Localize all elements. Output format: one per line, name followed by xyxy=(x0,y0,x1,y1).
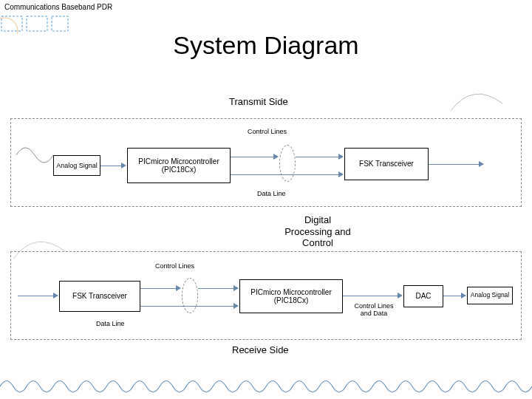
arrow-analog-to-pic xyxy=(100,166,123,166)
bus-ellipse-rx xyxy=(182,278,198,313)
arrow-dac-to-analog xyxy=(443,296,463,296)
data-line-label-tx: Data Line xyxy=(257,191,286,198)
svg-rect-1 xyxy=(27,16,47,31)
svg-rect-2 xyxy=(52,16,68,31)
page-header: Communications Baseband PDR xyxy=(4,3,112,11)
arrow-analog-to-pic-head xyxy=(121,163,126,168)
analog-signal-block-rx: Analog Signal xyxy=(467,287,513,304)
arrow-pic-to-dac xyxy=(343,296,399,296)
dac-block: DAC xyxy=(403,285,443,307)
arrow-fsk-out-tx xyxy=(429,164,480,165)
arrow-bus-to-pic-rx xyxy=(198,288,235,289)
page-title: System Diagram xyxy=(0,31,532,60)
footer-wave-icon xyxy=(0,374,532,399)
receive-section-label: Receive Side xyxy=(232,344,289,355)
analog-signal-block-tx: Analog Signal xyxy=(53,155,100,176)
arrow-fsk-to-bus-rx xyxy=(140,288,177,289)
pic-block-rx: PICmicro Microcontroller (PIC18Cx) xyxy=(239,279,343,313)
control-lines-label-tx: Control Lines xyxy=(248,129,287,136)
arrow-fsk-out-tx-head xyxy=(479,161,484,167)
arrow-in-to-fsk-rx xyxy=(18,296,55,296)
arrow-bus-to-pic-rx-head xyxy=(233,285,239,291)
control-lines-label-rx: Control Lines xyxy=(155,263,194,270)
arrow-bus-to-fsk-tx-head xyxy=(338,154,344,160)
arrow-pic-to-dac-head xyxy=(398,293,403,299)
data-line-label-rx: Data Line xyxy=(96,321,125,328)
arrow-pic-to-bus-top-head xyxy=(273,154,279,160)
analog-in-wave-icon xyxy=(16,144,53,166)
bus-ellipse-tx xyxy=(279,145,296,182)
fsk-block-tx: FSK Transceiver xyxy=(344,148,429,180)
arrow-data-line-rx xyxy=(140,306,236,307)
svg-rect-0 xyxy=(1,16,22,31)
pic-block-tx: PICmicro Microcontroller (PIC18Cx) xyxy=(127,148,231,183)
transmit-section-label: Transmit Side xyxy=(229,96,288,107)
arrow-fsk-to-bus-rx-head xyxy=(176,285,181,291)
decor-curve-top xyxy=(451,89,510,118)
arrow-data-line-tx xyxy=(231,174,341,175)
arrow-in-to-fsk-rx-head xyxy=(53,293,58,299)
arrow-dac-to-analog-head xyxy=(461,293,466,299)
arrow-data-line-rx-head xyxy=(233,303,239,309)
arrow-pic-to-bus-top xyxy=(231,157,275,157)
arrow-data-line-tx-head xyxy=(338,171,344,177)
arrow-bus-to-fsk-tx xyxy=(296,157,340,157)
fsk-block-rx: FSK Transceiver xyxy=(59,281,140,312)
center-label: Digital Processing and Control xyxy=(281,214,355,249)
control-data-label-rx: Control Lines and Data xyxy=(350,303,398,318)
